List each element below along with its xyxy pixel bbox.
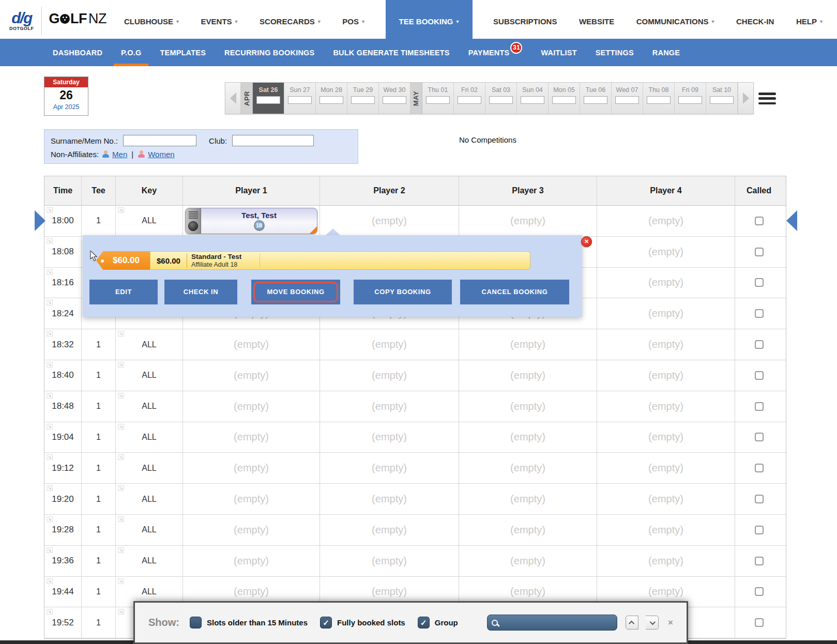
men-link[interactable]: Men [112,150,127,159]
called-checkbox[interactable] [755,248,764,256]
subnav-item-templates[interactable]: TEMPLATES [160,39,206,66]
player-4-cell[interactable]: (empty) [597,329,735,360]
topnav-item-communications[interactable]: COMMUNICATIONS▾ [635,4,716,39]
calendar-day-count-input[interactable] [426,96,450,104]
called-checkbox[interactable] [755,618,764,627]
calendar-day-count-input[interactable] [383,96,406,104]
player-4-cell[interactable]: (empty) [597,484,735,514]
topnav-item-pos[interactable]: POS▾ [341,4,366,39]
search-next-button[interactable] [646,616,659,630]
player-2-cell[interactable]: (empty) [320,515,459,545]
player-1-cell[interactable]: Test, Test18 [183,206,320,236]
player-3-cell[interactable]: (empty) [459,453,597,483]
topnav-item-tee-booking[interactable]: TEE BOOKING▾ [386,0,473,39]
calendar-day-count-input[interactable] [351,96,375,104]
player-1-cell[interactable]: (empty) [183,329,320,360]
player-2-cell[interactable]: (empty) [320,546,459,576]
search-prev-button[interactable] [626,616,638,630]
selected-date-card[interactable]: Saturday 26 Apr 2025 [44,76,88,116]
calendar-day-sat-26[interactable]: Sat 26 [253,83,284,114]
calendar-day-mon-05[interactable]: Mon 05 [549,83,580,114]
surname-input[interactable] [123,135,196,146]
called-checkbox[interactable] [755,587,764,596]
topnav-item-subscriptions[interactable]: SUBSCRIPTIONS [492,4,558,39]
calendar-day-tue-29[interactable]: Tue 29 [347,83,379,114]
show-checkbox-fully-booked-slots[interactable]: ✓ [320,617,332,628]
club-input[interactable] [232,135,314,146]
player-2-cell[interactable]: (empty) [320,484,459,514]
calendar-day-count-input[interactable] [647,96,671,104]
subnav-item-bulk-generate-timesheets[interactable]: BULK GENERATE TIMESHEETS [333,39,449,66]
player-1-cell[interactable]: (empty) [183,422,320,453]
subnav-item-waitlist[interactable]: WAITLIST [541,39,576,66]
topnav-item-scorecards[interactable]: SCORECARDS▾ [258,4,322,39]
player-1-cell[interactable]: (empty) [183,453,320,483]
calendar-day-wed-07[interactable]: Wed 07 [612,83,643,114]
player-4-cell[interactable]: (empty) [597,298,735,329]
calendar-day-sun-04[interactable]: Sun 04 [517,83,549,114]
calendar-day-sat-10[interactable]: Sat 10 [706,83,738,114]
called-checkbox[interactable] [755,371,764,380]
called-checkbox[interactable] [755,402,764,411]
calendar-next-button[interactable] [738,83,753,114]
called-checkbox[interactable] [755,557,764,565]
subnav-item-range[interactable]: RANGE [652,39,680,66]
subnav-item-settings[interactable]: SETTINGS [596,39,634,66]
subnav-item-recurring-bookings[interactable]: RECURRING BOOKINGS [224,39,314,66]
calendar-day-mon-28[interactable]: Mon 28 [316,83,347,114]
calendar-day-tue-06[interactable]: Tue 06 [580,83,612,114]
calendar-day-count-input[interactable] [319,96,343,104]
player-4-cell[interactable]: (empty) [597,206,735,236]
player-1-cell[interactable]: (empty) [183,391,320,422]
move-booking-button[interactable]: MOVE BOOKING [251,280,340,304]
topnav-item-clubhouse[interactable]: CLUBHOUSE▾ [123,4,180,39]
player-4-cell[interactable]: (empty) [597,268,735,298]
slot-search-input[interactable] [501,619,613,627]
called-checkbox[interactable] [755,433,764,441]
hamburger-menu-icon[interactable] [758,93,776,104]
called-checkbox[interactable] [755,217,764,225]
player-3-cell[interactable]: (empty) [459,391,597,422]
calendar-day-sat-03[interactable]: Sat 03 [485,83,517,114]
booking-chip[interactable]: Test, Test18 [185,208,317,234]
calendar-day-sun-27[interactable]: Sun 27 [284,83,316,114]
edit-button[interactable]: EDIT [89,280,158,304]
check-in-button[interactable]: CHECK IN [164,280,237,304]
calendar-day-fri-09[interactable]: Fri 09 [675,83,706,114]
called-checkbox[interactable] [755,278,764,287]
calendar-day-count-input[interactable] [615,96,639,104]
player-3-cell[interactable]: (empty) [459,422,597,453]
copy-booking-button[interactable]: COPY BOOKING [354,280,452,304]
calendar-day-count-input[interactable] [552,96,576,104]
close-icon[interactable]: ✕ [581,236,592,247]
calendar-day-count-input[interactable] [489,96,513,104]
called-checkbox[interactable] [755,495,764,503]
calendar-day-thu-01[interactable]: Thu 01 [422,83,454,114]
player-3-cell[interactable]: (empty) [459,206,597,236]
player-4-cell[interactable]: (empty) [597,360,735,391]
player-1-cell[interactable]: (empty) [183,484,320,514]
player-4-cell[interactable]: (empty) [597,453,735,483]
clear-icon[interactable]: × [668,618,673,628]
player-3-cell[interactable]: (empty) [459,329,597,360]
player-3-cell[interactable]: (empty) [459,484,597,514]
player-1-cell[interactable]: (empty) [183,546,320,576]
subnav-item-dashboard[interactable]: DASHBOARD [53,39,102,66]
calendar-day-thu-08[interactable]: Thu 08 [643,83,675,114]
player-4-cell[interactable]: (empty) [597,546,735,576]
player-4-cell[interactable]: (empty) [597,422,735,453]
topnav-item-check-in[interactable]: CHECK-IN [735,4,775,39]
called-checkbox[interactable] [755,526,764,534]
player-2-cell[interactable]: (empty) [320,206,459,236]
calendar-day-count-input[interactable] [256,96,280,104]
show-checkbox-group[interactable]: ✓ [418,617,430,628]
player-2-cell[interactable]: (empty) [320,453,459,483]
player-2-cell[interactable]: (empty) [320,422,459,453]
player-3-cell[interactable]: (empty) [459,515,597,545]
player-1-cell[interactable]: (empty) [183,515,320,545]
subnav-item-p-o-g[interactable]: P.O.G [121,39,141,66]
called-checkbox[interactable] [755,309,764,318]
player-1-cell[interactable]: (empty) [183,360,320,391]
show-checkbox-slots-older-than-15-minutes[interactable] [190,617,202,628]
calendar-day-count-input[interactable] [288,96,312,104]
